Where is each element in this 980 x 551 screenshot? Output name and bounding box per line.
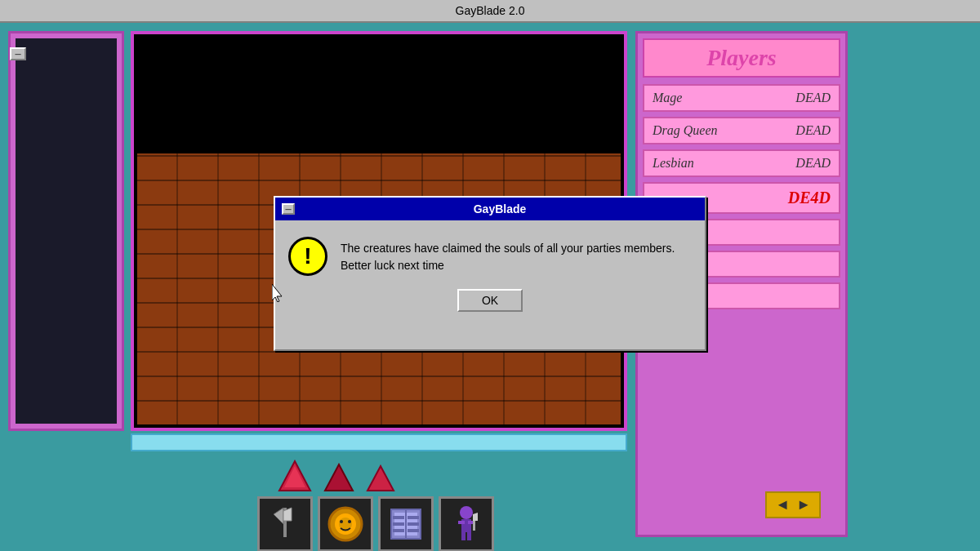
ok-button[interactable]: OK [457,289,523,312]
modal-body: ! The creatures have claimed the souls o… [275,220,705,289]
warning-icon: ! [288,237,327,276]
modal-title-bar: ─ GayBlade [275,198,705,220]
modal-message: The creatures have claimed the souls of … [341,237,692,274]
modal-title-text: GayBlade [301,202,698,216]
modal-footer: OK [275,289,705,325]
modal-minimize-button[interactable]: ─ [282,203,295,215]
modal-dialog: ─ GayBlade ! The creatures have claimed … [274,196,706,351]
modal-overlay: ─ GayBlade ! The creatures have claimed … [0,0,980,551]
